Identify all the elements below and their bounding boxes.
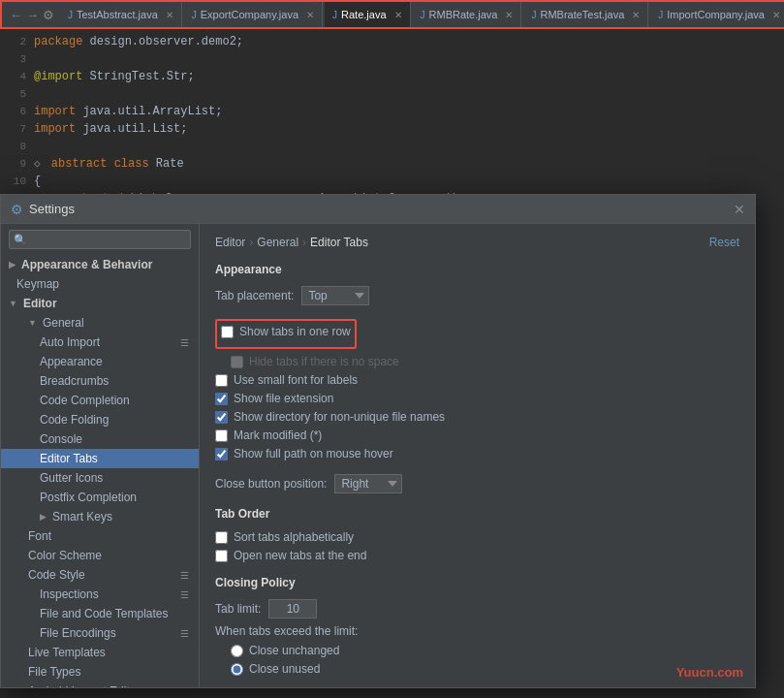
close-button[interactable]: ✕	[734, 202, 745, 217]
tab-placement-label: Tab placement:	[215, 289, 294, 302]
nav-font[interactable]: Font	[1, 526, 199, 546]
tab-close-icon[interactable]: ✕	[166, 10, 173, 20]
tab-limit-input[interactable]: 10	[268, 599, 317, 619]
tab-label: Rate.java	[341, 9, 386, 20]
code-line-10: 10 {	[0, 173, 784, 190]
nav-postfix-completion[interactable]: Postfix Completion	[1, 488, 199, 507]
close-button-select[interactable]: Right Left Inactive None	[334, 474, 402, 493]
hide-tabs-row: Hide tabs if there is no space	[215, 355, 739, 368]
close-unchanged-label[interactable]: Close unchanged	[249, 644, 339, 657]
code-line-9: 9 ◇ abstract class Rate	[0, 155, 784, 173]
open-new-tabs-checkbox[interactable]	[215, 550, 228, 562]
tab-exportcompany[interactable]: J ExportCompany.java ✕	[184, 2, 323, 27]
nav-gutter-icons[interactable]: Gutter Icons	[1, 468, 199, 488]
close-unused-label[interactable]: Close unused	[249, 662, 320, 676]
nav-code-style[interactable]: Code Style ☰	[1, 565, 199, 585]
open-new-tabs-label[interactable]: Open new tabs at the end	[234, 549, 366, 562]
show-tabs-label[interactable]: Show tabs in one row	[239, 325, 351, 338]
settings-dialog: ⚙ Settings ✕ 🔍 ▶ Appearance & Behavior K…	[0, 194, 756, 688]
nav-file-code-templates[interactable]: File and Code Templates	[1, 604, 199, 623]
tab-label: TestAbstract.java	[77, 9, 158, 20]
nav-code-folding[interactable]: Code Folding	[1, 410, 199, 429]
close-unused-radio[interactable]	[231, 663, 243, 676]
mark-modified-label[interactable]: Mark modified (*)	[234, 428, 322, 442]
tab-rate[interactable]: J Rate.java ✕	[325, 2, 410, 27]
tab-placement-select[interactable]: Top Bottom Left Right None	[301, 286, 369, 305]
nav-smart-keys[interactable]: ▶ Smart Keys	[1, 507, 199, 526]
nav-keymap[interactable]: Keymap	[1, 274, 199, 294]
nav-console[interactable]: Console	[1, 429, 199, 449]
appearance-section-title: Appearance	[215, 263, 739, 276]
show-full-path-label[interactable]: Show full path on mouse hover	[234, 447, 393, 460]
settings-search-box: 🔍	[9, 230, 191, 249]
tab-label: ImportCompany.java	[667, 9, 765, 20]
nav-label: File Encodings	[40, 626, 116, 640]
tab-label: ExportCompany.java	[201, 9, 298, 20]
tab-rmbratetest[interactable]: J RMBrateTest.java ✕	[523, 2, 648, 27]
small-font-row: Use small font for labels	[215, 373, 739, 387]
java-icon: J	[658, 10, 663, 20]
editor-tab-bar: ← → ⚙ J TestAbstract.java ✕ J ExportComp…	[0, 0, 784, 29]
hide-tabs-checkbox[interactable]	[231, 356, 243, 368]
settings-ext-icon: ☰	[180, 337, 189, 348]
small-font-checkbox[interactable]	[215, 374, 228, 387]
nav-general[interactable]: ▼ General	[1, 313, 199, 333]
show-directory-checkbox[interactable]	[215, 411, 228, 424]
code-editor: 2 package design.observer.demo2; 3 4 @im…	[0, 29, 784, 211]
forward-icon[interactable]: →	[26, 8, 39, 22]
nav-file-types[interactable]: File Types	[1, 662, 199, 682]
settings-ext-icon: ☰	[180, 589, 189, 600]
nav-auto-import[interactable]: Auto Import ☰	[1, 333, 199, 352]
back-icon[interactable]: ←	[10, 8, 22, 22]
nav-code-completion[interactable]: Code Completion	[1, 391, 199, 410]
watermark: Yuucn.com	[676, 665, 743, 680]
nav-live-templates[interactable]: Live Templates	[1, 643, 199, 662]
small-font-label[interactable]: Use small font for labels	[234, 373, 358, 387]
tab-order-section-title: Tab Order	[215, 507, 739, 521]
tab-rmbrate[interactable]: J RMBRate.java ✕	[413, 2, 522, 27]
nav-breadcrumbs[interactable]: Breadcrumbs	[1, 371, 199, 391]
close-unchanged-radio[interactable]	[231, 645, 243, 657]
show-directory-label[interactable]: Show directory for non-unique file names	[234, 410, 445, 424]
tab-limit-label: Tab limit:	[215, 602, 261, 616]
nav-appearance[interactable]: Appearance	[1, 352, 199, 371]
editor-background: ← → ⚙ J TestAbstract.java ✕ J ExportComp…	[0, 0, 784, 204]
nav-editor[interactable]: ▼ Editor	[1, 294, 199, 313]
close-unused-row: Close unused	[215, 662, 739, 676]
tab-testabstract[interactable]: J TestAbstract.java ✕	[60, 2, 182, 27]
nav-label: File Types	[28, 665, 80, 679]
show-full-path-checkbox[interactable]	[215, 448, 228, 460]
mark-modified-checkbox[interactable]	[215, 429, 228, 442]
show-tabs-checkbox[interactable]	[221, 326, 234, 338]
nav-inspections[interactable]: Inspections ☰	[1, 585, 199, 604]
nav-editor-tabs[interactable]: Editor Tabs	[1, 449, 199, 468]
close-button-position-row: Close button position: Right Left Inacti…	[215, 474, 739, 493]
show-extension-label[interactable]: Show file extension	[234, 392, 333, 405]
tab-close-icon[interactable]: ✕	[394, 10, 402, 20]
nav-color-scheme[interactable]: Color Scheme	[1, 546, 199, 565]
breadcrumb: Editor › General › Editor Tabs	[215, 236, 368, 249]
tab-close-icon[interactable]: ✕	[772, 10, 780, 20]
settings-search-input[interactable]	[9, 230, 191, 249]
tab-close-icon[interactable]: ✕	[306, 10, 314, 20]
close-unchanged-row: Close unchanged	[215, 644, 739, 657]
show-full-path-row: Show full path on mouse hover	[215, 447, 739, 460]
tab-close-icon[interactable]: ✕	[632, 10, 640, 20]
settings-icon: ⚙	[11, 202, 23, 217]
nav-appearance-behavior[interactable]: ▶ Appearance & Behavior	[1, 255, 199, 274]
nav-android-layout-editor[interactable]: Android Layout Editor	[1, 682, 199, 687]
settings-icon[interactable]: ⚙	[43, 8, 54, 22]
show-extension-checkbox[interactable]	[215, 393, 228, 405]
tab-importcompany[interactable]: J ImportCompany.java ✕	[650, 2, 784, 27]
code-line-6: 6 import java.util.ArrayList;	[0, 103, 784, 120]
reset-button[interactable]: Reset	[709, 236, 739, 249]
settings-ext-icon: ☰	[180, 628, 189, 639]
when-exceed-label: When tabs exceed the limit:	[215, 624, 358, 638]
nav-label: Smart Keys	[52, 510, 112, 524]
nav-label: Breadcrumbs	[40, 374, 109, 388]
show-directory-row: Show directory for non-unique file names	[215, 410, 739, 424]
sort-tabs-checkbox[interactable]	[215, 531, 228, 544]
tab-close-icon[interactable]: ✕	[505, 10, 513, 20]
sort-tabs-label[interactable]: Sort tabs alphabetically	[234, 530, 354, 544]
nav-file-encodings[interactable]: File Encodings ☰	[1, 623, 199, 643]
